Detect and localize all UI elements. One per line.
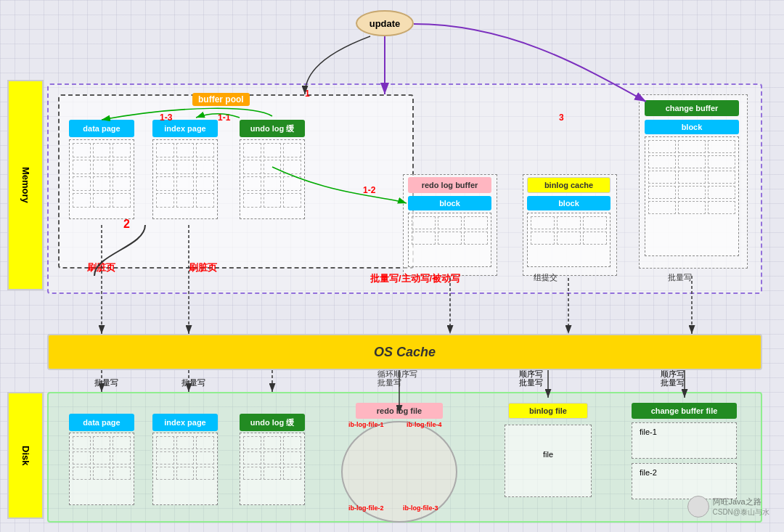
binlog-block-grid <box>527 213 611 267</box>
step3-label: 3 <box>559 112 564 123</box>
diagram-container: update Memory buffer pool data page inde… <box>0 0 784 532</box>
watermark: 阿旺Java之路 CSDN@泰山与水 <box>687 496 770 517</box>
undo-log-disk-grid <box>240 433 305 505</box>
disk-label: Disk <box>20 446 31 465</box>
data-page-disk-grid <box>69 433 134 505</box>
binlog-cache-label: binlog cache <box>527 177 611 193</box>
redo-log-file-label: redo log file <box>356 403 443 419</box>
os-cache: OS Cache <box>47 334 762 370</box>
update-label: update <box>369 18 401 29</box>
group-commit-label: 组提交 <box>534 272 558 283</box>
update-node: update <box>356 10 414 36</box>
disk-label-batch2: 批量写 <box>181 377 205 388</box>
disk-label-batch3: 批量写 <box>377 377 401 388</box>
change-buffer-label: change buffer <box>645 100 739 116</box>
memory-label: Memory <box>20 167 31 203</box>
index-page-disk-label: index page <box>152 414 218 431</box>
batch-write-label: 批量写/主动写/被动写 <box>370 272 460 285</box>
redo-block-grid <box>408 213 491 267</box>
redo-log-buffer-label: redo log buffer <box>408 177 491 193</box>
cb-file1-grid: file-1 <box>632 422 737 459</box>
redo-block-label: block <box>408 196 491 210</box>
step1-label: 1 <box>305 89 310 99</box>
data-page-disk-label: data page <box>69 414 134 431</box>
disk-label-batch5: 批量写 <box>661 377 685 388</box>
memory-zone: Memory <box>7 80 44 290</box>
ib-log-2: ib-log-file-2 <box>348 504 384 512</box>
data-page-mem-label: data page <box>69 120 134 137</box>
batch-write-cb: 批量写 <box>668 272 692 283</box>
undo-log-disk-label: undo log 缓 <box>240 414 305 431</box>
step2-label: 2 <box>123 218 130 231</box>
binlog-file-grid: file <box>505 425 592 497</box>
data-page-mem-grid <box>69 139 134 219</box>
undo-log-mem-grid <box>240 139 305 219</box>
change-buffer-file-label: change buffer file <box>632 403 737 419</box>
step1-1-label: 1-1 <box>218 112 230 123</box>
change-buffer-block-label: block <box>645 120 739 134</box>
ib-log-1: ib-log-file-1 <box>348 421 384 428</box>
flush-dirty2: 刷脏页 <box>189 261 217 274</box>
step1-3-label: 1-3 <box>160 112 172 123</box>
watermark-avatar <box>687 496 709 517</box>
flush-dirty1: 刷脏页 <box>87 261 115 274</box>
ib-log-3: ib-log-file-3 <box>403 504 438 512</box>
disk-label-batch4: 批量写 <box>519 377 543 388</box>
watermark-text: 阿旺Java之路 <box>713 496 770 507</box>
step1-2-label: 1-2 <box>363 185 375 195</box>
binlog-block-label: block <box>527 196 611 210</box>
binlog-file-label: binlog file <box>508 403 588 419</box>
disk-zone: Disk <box>7 392 44 519</box>
undo-log-mem-label: undo log 缓 <box>240 120 305 137</box>
index-page-mem-grid <box>152 139 218 219</box>
cb-file2-grid: file-2 <box>632 463 737 499</box>
index-page-disk-grid <box>152 433 218 505</box>
ib-log-4: ib-log-file-4 <box>407 421 442 428</box>
watermark-text2: CSDN@泰山与水 <box>713 507 770 517</box>
buffer-pool-label: buffer pool <box>192 93 250 106</box>
change-buffer-block-grid <box>645 136 739 256</box>
disk-label-batch1: 批量写 <box>94 377 118 388</box>
